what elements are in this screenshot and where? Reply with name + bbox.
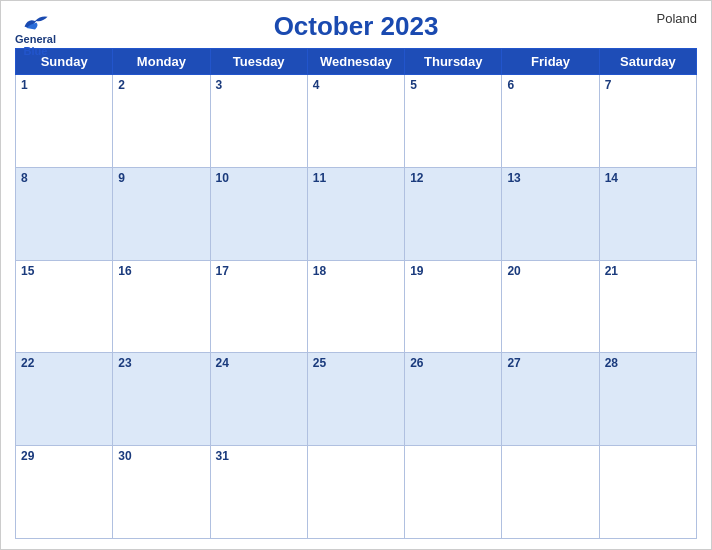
logo-area: General Blue: [15, 11, 56, 57]
day-number: 7: [605, 78, 612, 92]
calendar-day-cell: 16: [113, 260, 210, 353]
month-title: October 2023: [274, 11, 439, 42]
calendar-day-cell: 21: [599, 260, 696, 353]
calendar-week-row: 15161718192021: [16, 260, 697, 353]
day-number: 20: [507, 264, 520, 278]
day-number: 15: [21, 264, 34, 278]
header-tuesday: Tuesday: [210, 49, 307, 75]
day-number: 1: [21, 78, 28, 92]
calendar-day-cell: 10: [210, 167, 307, 260]
day-number: 14: [605, 171, 618, 185]
calendar-header: General Blue October 2023 Poland: [15, 11, 697, 42]
calendar-day-cell: 12: [405, 167, 502, 260]
calendar-week-row: 293031: [16, 446, 697, 539]
calendar-wrapper: General Blue October 2023 Poland Sunday …: [0, 0, 712, 550]
calendar-day-cell: 29: [16, 446, 113, 539]
calendar-day-cell: 20: [502, 260, 599, 353]
calendar-day-cell: 8: [16, 167, 113, 260]
day-number: 2: [118, 78, 125, 92]
calendar-day-cell: 11: [307, 167, 404, 260]
day-number: 4: [313, 78, 320, 92]
day-number: 13: [507, 171, 520, 185]
logo-blue-text: Blue: [24, 45, 48, 57]
day-number: 28: [605, 356, 618, 370]
day-number: 17: [216, 264, 229, 278]
calendar-day-cell: 6: [502, 75, 599, 168]
calendar-day-cell: 26: [405, 353, 502, 446]
day-number: 5: [410, 78, 417, 92]
header-friday: Friday: [502, 49, 599, 75]
day-number: 8: [21, 171, 28, 185]
day-number: 6: [507, 78, 514, 92]
day-number: 19: [410, 264, 423, 278]
calendar-day-cell: [307, 446, 404, 539]
day-number: 10: [216, 171, 229, 185]
logo-general-text: General: [15, 33, 56, 45]
day-number: 30: [118, 449, 131, 463]
day-number: 21: [605, 264, 618, 278]
day-number: 22: [21, 356, 34, 370]
day-number: 23: [118, 356, 131, 370]
day-number: 24: [216, 356, 229, 370]
day-number: 29: [21, 449, 34, 463]
calendar-day-cell: 15: [16, 260, 113, 353]
calendar-day-cell: 1: [16, 75, 113, 168]
calendar-week-row: 22232425262728: [16, 353, 697, 446]
day-number: 27: [507, 356, 520, 370]
calendar-day-cell: 27: [502, 353, 599, 446]
calendar-day-cell: 4: [307, 75, 404, 168]
calendar-day-cell: 30: [113, 446, 210, 539]
day-number: 31: [216, 449, 229, 463]
calendar-day-cell: 18: [307, 260, 404, 353]
header-thursday: Thursday: [405, 49, 502, 75]
day-number: 18: [313, 264, 326, 278]
calendar-day-cell: 25: [307, 353, 404, 446]
calendar-week-row: 1234567: [16, 75, 697, 168]
day-number: 11: [313, 171, 326, 185]
calendar-day-cell: 13: [502, 167, 599, 260]
day-number: 3: [216, 78, 223, 92]
calendar-day-cell: [502, 446, 599, 539]
day-number: 26: [410, 356, 423, 370]
header-saturday: Saturday: [599, 49, 696, 75]
calendar-day-cell: 14: [599, 167, 696, 260]
calendar-table: Sunday Monday Tuesday Wednesday Thursday…: [15, 48, 697, 539]
calendar-day-cell: 7: [599, 75, 696, 168]
header-wednesday: Wednesday: [307, 49, 404, 75]
day-number: 25: [313, 356, 326, 370]
logo-bird-icon: [21, 11, 49, 31]
calendar-day-cell: 5: [405, 75, 502, 168]
day-number: 16: [118, 264, 131, 278]
calendar-day-cell: [405, 446, 502, 539]
day-number: 9: [118, 171, 125, 185]
calendar-day-cell: 3: [210, 75, 307, 168]
days-of-week-row: Sunday Monday Tuesday Wednesday Thursday…: [16, 49, 697, 75]
country-label: Poland: [657, 11, 697, 26]
calendar-day-cell: 9: [113, 167, 210, 260]
calendar-day-cell: 22: [16, 353, 113, 446]
calendar-day-cell: 17: [210, 260, 307, 353]
day-number: 12: [410, 171, 423, 185]
calendar-day-cell: 24: [210, 353, 307, 446]
calendar-day-cell: 19: [405, 260, 502, 353]
calendar-day-cell: 28: [599, 353, 696, 446]
calendar-day-cell: 23: [113, 353, 210, 446]
calendar-day-cell: 31: [210, 446, 307, 539]
calendar-week-row: 891011121314: [16, 167, 697, 260]
calendar-day-cell: [599, 446, 696, 539]
calendar-day-cell: 2: [113, 75, 210, 168]
header-monday: Monday: [113, 49, 210, 75]
